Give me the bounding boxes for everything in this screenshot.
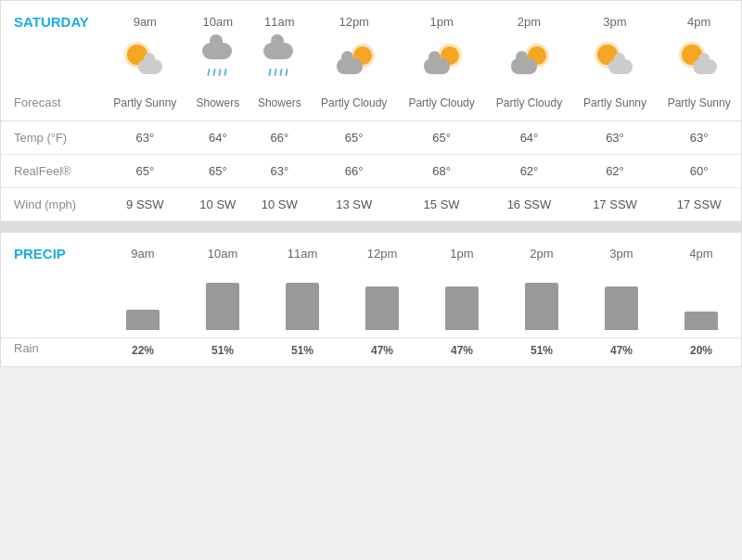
rain-pct-1: 51% xyxy=(183,337,262,366)
forecast-row: Forecast Partly Sunny Showers Showers Pa… xyxy=(1,86,741,121)
time-2pm: 2pm xyxy=(485,1,572,35)
temp-1: 64° xyxy=(187,121,249,154)
partly-sunny-icon-6 xyxy=(597,45,633,74)
icon-row xyxy=(1,35,741,86)
bar-container-1 xyxy=(188,274,257,330)
raindrop xyxy=(280,69,283,76)
bar-container-6 xyxy=(587,274,656,330)
raindrop xyxy=(212,69,215,76)
temp-0: 63° xyxy=(103,121,187,154)
day-label: SATURDAY xyxy=(1,1,103,35)
rain-pct-2: 51% xyxy=(262,337,342,366)
bar-cell-3 xyxy=(342,267,422,338)
realfeel-2: 63° xyxy=(249,154,310,187)
raindrop xyxy=(224,69,226,76)
shower-icon-2 xyxy=(262,43,297,76)
time-4pm: 4pm xyxy=(657,1,741,35)
precip-time-6: 3pm xyxy=(582,233,661,267)
icon-cell-7 xyxy=(657,35,741,86)
forecast-2: Showers xyxy=(249,86,310,121)
wind-4: 15 SW xyxy=(398,187,485,221)
temp-2: 66° xyxy=(249,121,310,154)
rain-pct-7: 20% xyxy=(661,337,741,366)
realfeel-1: 65° xyxy=(187,154,249,187)
realfeel-row: RealFeel® 65° 65° 63° 66° 68° 62° 62° 60… xyxy=(1,154,741,187)
time-1pm: 1pm xyxy=(398,1,485,35)
forecast-table: SATURDAY 9am 10am 11am 12pm 1pm 2pm 3pm … xyxy=(1,1,741,222)
partly-sunny-icon-0 xyxy=(127,45,162,74)
rain-label: Rain xyxy=(1,337,103,366)
wind-row: Wind (mph) 9 SSW 10 SW 10 SW 13 SW 15 SW… xyxy=(1,187,741,221)
precip-time-0: 9am xyxy=(103,233,183,267)
precip-time-1: 10am xyxy=(183,233,262,267)
icon-cell-3 xyxy=(311,35,398,86)
bar-cell-6 xyxy=(582,267,661,338)
realfeel-label: RealFeel® xyxy=(1,154,103,187)
rain-pct-0: 22% xyxy=(103,337,183,366)
bar-container-2 xyxy=(268,274,337,330)
forecast-6: Partly Sunny xyxy=(573,86,658,121)
bar-cell-7 xyxy=(661,267,741,338)
bar-cell-2 xyxy=(262,267,342,338)
rain-pct-4: 47% xyxy=(422,337,502,366)
wind-0: 9 SSW xyxy=(103,187,187,221)
bar-cell-1 xyxy=(183,267,262,338)
raindrop xyxy=(207,69,210,76)
bar-container-7 xyxy=(667,274,736,330)
precip-header-row: PRECIP 9am 10am 11am 12pm 1pm 2pm 3pm 4p… xyxy=(1,233,741,267)
rain-bar-1 xyxy=(206,283,239,330)
temp-5: 64° xyxy=(485,121,572,154)
wind-5: 16 SSW xyxy=(485,187,572,221)
bar-container-0 xyxy=(109,274,177,330)
precip-time-5: 2pm xyxy=(502,233,582,267)
forecast-0: Partly Sunny xyxy=(103,86,187,121)
precip-time-7: 4pm xyxy=(661,233,741,267)
precip-table: PRECIP 9am 10am 11am 12pm 1pm 2pm 3pm 4p… xyxy=(1,233,741,366)
realfeel-0: 65° xyxy=(103,154,187,187)
bar-chart-row xyxy=(1,267,741,338)
icon-cell-1 xyxy=(187,35,249,86)
bar-container-5 xyxy=(507,274,576,330)
temp-3: 65° xyxy=(311,121,398,154)
raindrop xyxy=(218,69,221,76)
forecast-5: Partly Cloudy xyxy=(485,86,572,121)
rain-bar-4 xyxy=(445,286,479,330)
forecast-section: SATURDAY 9am 10am 11am 12pm 1pm 2pm 3pm … xyxy=(1,1,741,222)
raindrop xyxy=(286,69,288,76)
time-12pm: 12pm xyxy=(311,1,398,35)
bar-container-3 xyxy=(348,274,416,330)
bar-container-4 xyxy=(428,274,496,330)
cloud-shape xyxy=(511,58,537,74)
rain-bar-3 xyxy=(365,286,399,330)
raindrop xyxy=(275,69,277,76)
partly-sunny-icon-7 xyxy=(682,45,717,74)
forecast-1: Showers xyxy=(187,86,249,121)
bar-cell-4 xyxy=(422,267,502,338)
rain-bar-7 xyxy=(684,312,718,330)
forecast-3: Partly Cloudy xyxy=(311,86,398,121)
precip-label: PRECIP xyxy=(1,233,103,267)
time-9am: 9am xyxy=(103,1,187,35)
partly-cloudy-icon-4 xyxy=(424,45,459,74)
rain-bar-2 xyxy=(286,283,319,330)
cloud-shape xyxy=(693,59,717,74)
temp-label: Temp (°F) xyxy=(1,121,103,154)
rain-bar-5 xyxy=(525,283,558,330)
cloud-shape xyxy=(424,58,450,74)
temp-7: 63° xyxy=(657,121,741,154)
precip-time-3: 12pm xyxy=(342,233,422,267)
wind-label: Wind (mph) xyxy=(1,187,103,221)
realfeel-5: 62° xyxy=(485,154,572,187)
realfeel-3: 66° xyxy=(311,154,398,187)
realfeel-6: 62° xyxy=(573,154,658,187)
precip-section: PRECIP 9am 10am 11am 12pm 1pm 2pm 3pm 4p… xyxy=(1,233,741,366)
icon-row-label xyxy=(1,35,103,86)
forecast-label: Forecast xyxy=(1,86,103,121)
rain-drops xyxy=(208,69,226,76)
rain-label-row: Rain 22% 51% 51% 47% 47% 51% 47% 20% xyxy=(1,337,741,366)
precip-time-2: 11am xyxy=(262,233,342,267)
icon-cell-2 xyxy=(249,35,310,86)
rain-drops xyxy=(269,69,288,76)
icon-cell-5 xyxy=(485,35,572,86)
cloud-shape xyxy=(202,43,232,59)
